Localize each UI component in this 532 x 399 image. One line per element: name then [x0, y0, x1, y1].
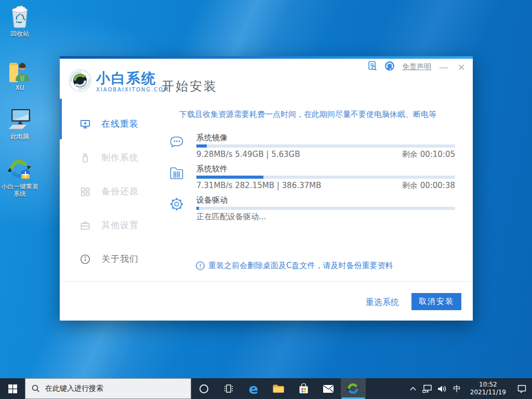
sidebar-item-make-system[interactable]: 制作系统 [60, 141, 158, 175]
progress-bar [196, 176, 455, 179]
minimize-button[interactable]: — [438, 62, 449, 72]
sidebar-item-label: 制作系统 [101, 152, 139, 164]
edge-button[interactable]: e [241, 378, 266, 399]
sidebar-menu: 在线重装 制作系统 [60, 107, 158, 276]
edge-icon: e [249, 381, 258, 397]
taskbar: 在此键入进行搜索 e [0, 378, 532, 399]
network-icon[interactable] [420, 378, 435, 399]
task-remaining: 剩余 00:00:38 [402, 181, 455, 191]
recycle-bin-icon [0, 4, 39, 28]
desktop-icon-recycle-bin[interactable]: 回收站 [0, 4, 39, 37]
xiaobai-taskbar-button[interactable] [341, 378, 366, 399]
desktop: 回收站 XU [0, 0, 532, 399]
store-button[interactable] [291, 378, 316, 399]
xiaobai-logo-icon [68, 69, 92, 95]
close-button[interactable]: × [456, 62, 467, 72]
backup-warning: 重装之前会删除桌面及C盘文件，请及时备份重要资料 [196, 261, 393, 271]
task-view-icon [223, 383, 234, 394]
window-accent-bar [60, 56, 473, 59]
system-tray: 中 10:52 2021/11/19 [406, 378, 532, 399]
file-explorer-icon [272, 383, 285, 394]
cortana-button[interactable] [191, 378, 216, 399]
task-view-button[interactable] [216, 378, 241, 399]
xiaobai-window: 免责声明 — × 小白系统 XIAOBAIXITONG.COM [60, 56, 473, 321]
task-title: 系统镜像 [196, 133, 228, 143]
disclaimer-link[interactable]: 免责声明 [402, 62, 431, 72]
folder-apps-icon [168, 164, 185, 182]
download-notice: 下载且收集资源需要耗费一点时间，在此期间尽量不要使电脑休眠、断电等 [179, 110, 460, 119]
taskbar-clock[interactable]: 10:52 2021/11/19 [465, 381, 511, 396]
taskbar-search-input[interactable]: 在此键入进行搜索 [25, 378, 191, 399]
task-detail: 正在匹配设备驱动... [196, 212, 266, 222]
store-icon [298, 383, 309, 394]
desktop-icon-xiaobai-app[interactable]: 小白一键重装系统 [0, 157, 39, 197]
license-doc-icon[interactable] [368, 61, 377, 73]
chat-face-icon [168, 133, 185, 151]
reselect-system-link[interactable]: 重选系统 [366, 297, 399, 308]
app-logo: 小白系统 XIAOBAIXITONG.COM [68, 69, 169, 95]
desktop-icon-user-folder[interactable]: XU [0, 58, 39, 91]
start-button[interactable] [0, 378, 25, 399]
volume-icon[interactable] [435, 378, 449, 399]
this-pc-icon [0, 107, 39, 131]
customer-service-icon[interactable] [384, 61, 395, 73]
page-title: 开始安装 [162, 78, 218, 95]
briefcase-icon [79, 220, 91, 231]
clock-date: 2021/11/19 [470, 389, 506, 396]
desktop-icon-label: XU [0, 84, 39, 91]
tray-chevron-up-icon[interactable] [406, 378, 420, 399]
cancel-install-button[interactable]: 取消安装 [411, 293, 461, 310]
desktop-icon-label: 小白一键重装系统 [0, 183, 39, 197]
backup-warning-text: 重装之前会删除桌面及C盘文件，请及时备份重要资料 [208, 261, 393, 271]
file-explorer-button[interactable] [266, 378, 291, 399]
backup-grid-icon [79, 186, 91, 197]
mail-button[interactable] [316, 378, 341, 399]
task-detail: 9.28MB/s 5.49GB | 5.63GB [196, 150, 300, 159]
clock-time: 10:52 [470, 381, 506, 389]
xiaobai-taskbar-icon [347, 382, 360, 395]
brand-name: 小白系统 [96, 71, 169, 86]
xiaobai-app-icon [0, 157, 39, 181]
progress-fill [196, 176, 263, 179]
task-title: 系统软件 [196, 164, 228, 174]
cortana-icon [199, 384, 209, 394]
sidebar-item-online-reinstall[interactable]: 在线重装 [60, 107, 158, 141]
sidebar-item-backup-restore[interactable]: 备份还原 [60, 175, 158, 208]
sidebar-item-other-settings[interactable]: 其他设置 [60, 208, 158, 242]
window-footer: 重选系统 取消安装 [60, 281, 473, 321]
desktop-icon-this-pc[interactable]: 此电脑 [0, 107, 39, 140]
windows-logo-icon [8, 384, 17, 393]
desktop-icon-label: 此电脑 [0, 133, 39, 140]
sidebar-item-label: 其他设置 [101, 219, 139, 231]
alert-circle-icon [196, 261, 205, 270]
monitor-reinstall-icon [79, 118, 91, 130]
user-folder-icon [0, 58, 39, 82]
brand-site: XIAOBAIXITONG.COM [96, 87, 169, 92]
progress-fill [196, 144, 207, 148]
desktop-icon-label: 回收站 [0, 30, 39, 37]
usb-drive-icon [79, 152, 91, 164]
ime-indicator[interactable]: 中 [449, 384, 465, 394]
progress-bar [196, 207, 455, 210]
info-icon [79, 254, 91, 265]
sidebar-item-label: 备份还原 [101, 185, 139, 197]
gear-icon [168, 195, 185, 213]
search-placeholder: 在此键入进行搜索 [45, 384, 103, 393]
search-icon [32, 384, 40, 393]
progress-bar [196, 144, 455, 148]
progress-fill [196, 207, 199, 210]
action-center-icon [517, 384, 527, 393]
task-remaining: 剩余 00:10:05 [402, 150, 455, 159]
sidebar-item-label: 在线重装 [101, 118, 139, 130]
task-title: 设备驱动 [196, 195, 228, 205]
action-center-button[interactable] [511, 378, 532, 399]
task-detail: 7.31MB/s 282.15MB | 386.37MB [196, 181, 321, 190]
mail-icon [323, 384, 334, 393]
sidebar-item-label: 关于我们 [101, 253, 139, 265]
sidebar-item-about-us[interactable]: 关于我们 [60, 242, 158, 276]
